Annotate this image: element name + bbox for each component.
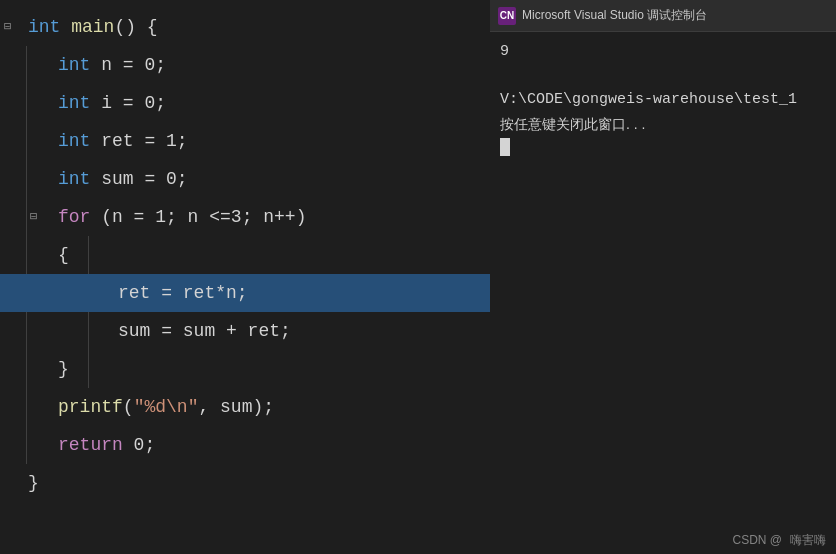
console-line-cursor: [500, 136, 826, 160]
token-ret-decl: ret = 1;: [90, 122, 187, 160]
console-line-1: 9: [500, 40, 826, 64]
code-line-13: }: [0, 464, 490, 502]
footer-brand: CSDN @: [732, 533, 782, 547]
code-line-1: ⊟ int main () {: [0, 8, 490, 46]
code-line-4: int ret = 1;: [0, 122, 490, 160]
token-sum-assign: sum = sum + ret;: [118, 312, 291, 350]
token-brace-close-main: }: [28, 464, 39, 502]
code-line-12: return 0;: [0, 426, 490, 464]
footer-author: 嗨害嗨: [790, 532, 826, 549]
token-ret-assign: ret = ret*n;: [118, 274, 248, 312]
console-output: 9 V:\CODE\gongweis-warehouse\test_1 按任意键…: [490, 32, 836, 526]
token-for: for: [58, 198, 90, 236]
token-int-1: int: [28, 8, 60, 46]
token-n: n = 0;: [90, 46, 166, 84]
code-line-10: }: [0, 350, 490, 388]
code-area: ⊟ int main () { int n = 0; int i = 0; in…: [0, 0, 490, 510]
token-printf: printf: [58, 388, 123, 426]
code-line-2: int n = 0;: [0, 46, 490, 84]
for-block-wrapper: { ret = ret*n; sum = sum + ret; }: [0, 236, 490, 388]
console-line-path: V:\CODE\gongweis-warehouse\test_1: [500, 88, 826, 112]
token-printf-args: , sum);: [198, 388, 274, 426]
code-line-3: int i = 0;: [0, 84, 490, 122]
console-line-blank: [500, 64, 826, 88]
token-main: [60, 8, 71, 46]
token-int-5: int: [58, 160, 90, 198]
code-line-5: int sum = 0;: [0, 160, 490, 198]
code-line-8: ret = ret*n;: [0, 274, 490, 312]
token-printf-paren: (: [123, 388, 134, 426]
code-editor-panel: ⊟ int main () { int n = 0; int i = 0; in…: [0, 0, 490, 554]
token-return-val: 0;: [123, 426, 155, 464]
token-return: return: [58, 426, 123, 464]
console-title: Microsoft Visual Studio 调试控制台: [522, 7, 707, 24]
console-cursor: [500, 138, 510, 156]
token-i: i = 0;: [90, 84, 166, 122]
vs-logo: CN: [498, 7, 516, 25]
block-main: int n = 0; int i = 0; int ret = 1; int s…: [0, 46, 490, 464]
token-int-4: int: [58, 122, 90, 160]
code-line-11: printf ( "%d\n" , sum);: [0, 388, 490, 426]
console-titlebar: CN Microsoft Visual Studio 调试控制台: [490, 0, 836, 32]
code-line-9: sum = sum + ret;: [0, 312, 490, 350]
token-printf-str: "%d\n": [134, 388, 199, 426]
token-for-cond: (n = 1; n <=3; n++): [90, 198, 306, 236]
collapse-icon-for[interactable]: ⊟: [30, 198, 37, 236]
collapse-icon-1[interactable]: ⊟: [4, 8, 11, 46]
token-paren: () {: [114, 8, 157, 46]
token-brace-close-for: }: [58, 350, 69, 388]
code-line-7: {: [0, 236, 490, 274]
console-panel: CN Microsoft Visual Studio 调试控制台 9 V:\CO…: [490, 0, 836, 554]
token-sum-decl: sum = 0;: [90, 160, 187, 198]
token-int-3: int: [58, 84, 90, 122]
console-footer: CSDN @ 嗨害嗨: [490, 526, 836, 554]
token-brace-open: {: [58, 236, 69, 274]
code-line-6: ⊟ for (n = 1; n <=3; n++): [0, 198, 490, 236]
token-int-2: int: [58, 46, 90, 84]
token-main-name: main: [71, 8, 114, 46]
console-line-chinese: 按任意键关闭此窗口. . .: [500, 112, 826, 136]
